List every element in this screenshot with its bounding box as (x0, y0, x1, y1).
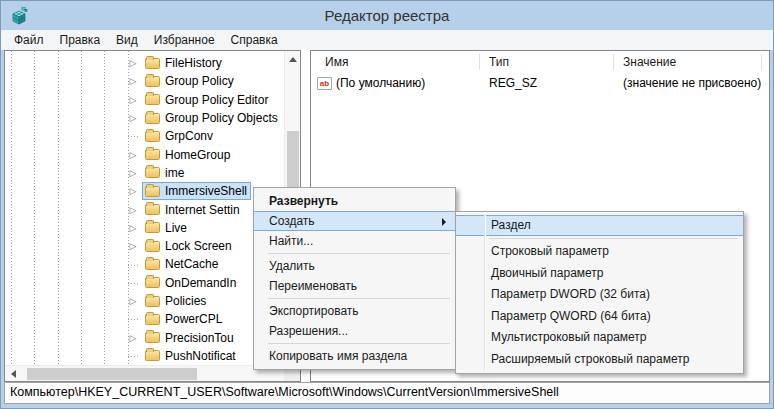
submenu-item-qword-value[interactable]: Параметр QWORD (64 бита) (456, 306, 743, 328)
context-menu-item-permissions[interactable]: Разрешения... (254, 321, 455, 341)
tree-item-content: NetCache (142, 255, 222, 273)
submenu-item-label: Раздел (491, 218, 531, 232)
tree-item-label: Group Policy (165, 74, 234, 88)
tree-item-content: Live (142, 219, 191, 237)
value-type: REG_SZ (489, 73, 537, 93)
expand-icon[interactable] (124, 91, 142, 109)
context-menu-item-new[interactable]: Создать (254, 211, 455, 231)
expand-icon[interactable] (124, 201, 142, 219)
list-header: Имя Тип Значение (311, 51, 769, 73)
menubar-item-favorites[interactable]: Избранное (146, 30, 223, 50)
folder-icon (145, 94, 160, 105)
tree-item-internet-settings[interactable]: Internet Settin (5, 200, 284, 218)
tree-item-content: ImmersiveShell (142, 182, 251, 200)
menubar-item-file[interactable]: Файл (6, 30, 52, 50)
tree-item-content: Group Policy Objects (142, 109, 282, 127)
context-menu-item-export[interactable]: Экспортировать (254, 301, 455, 321)
context-menu-item-copy-key-name[interactable]: Копировать имя раздела (254, 346, 455, 366)
dotted-connector (128, 283, 139, 284)
column-divider[interactable] (761, 54, 762, 70)
submenu-item-binary-value[interactable]: Двоичный параметр (456, 263, 743, 285)
tree-connector (124, 310, 142, 328)
expand-icon[interactable] (124, 219, 142, 237)
expand-icon[interactable] (124, 54, 142, 72)
submenu-item-string-value[interactable]: Строковый параметр (456, 241, 743, 263)
submenu-item-expandable-string-value[interactable]: Расширяемый строковый параметр (456, 349, 743, 371)
tree-view[interactable]: FileHistoryGroup PolicyGroup Policy Edit… (5, 51, 284, 365)
menu-item-label: Создать (269, 214, 315, 228)
horizontal-scroll-thumb[interactable] (27, 368, 197, 380)
menubar-item-view[interactable]: Вид (108, 30, 146, 50)
submenu-item-multi-string-value[interactable]: Мультистроковый параметр (456, 327, 743, 349)
folder-icon (145, 332, 160, 343)
tree-item-powercpl[interactable]: PowerCPL (5, 310, 284, 328)
expand-icon[interactable] (124, 292, 142, 310)
column-header-name[interactable]: Имя (325, 51, 348, 73)
tree-item-policies[interactable]: Policies (5, 292, 284, 310)
tree-item-label: NetCache (165, 257, 218, 271)
folder-icon (145, 113, 160, 124)
menu-item-label: Удалить (269, 259, 315, 273)
string-value-icon: ab (317, 77, 332, 90)
tree-item-content: Internet Settin (142, 201, 244, 219)
submenu-item-label: Строковый параметр (491, 244, 609, 258)
tree-item-ondemandin[interactable]: OnDemandIn (5, 274, 284, 292)
column-divider[interactable] (613, 54, 614, 70)
tree-item-content: HomeGroup (142, 146, 234, 164)
tree-item-content: OnDemandIn (142, 274, 240, 292)
tree-horizontal-scrollbar[interactable] (5, 365, 284, 381)
scroll-up-icon[interactable] (285, 51, 301, 68)
tree-item-label: Group Policy Objects (165, 111, 278, 125)
submenu-arrow-icon (442, 218, 446, 226)
column-header-type[interactable]: Тип (489, 51, 509, 73)
submenu-item-label: Параметр QWORD (64 бита) (491, 309, 651, 323)
column-divider[interactable] (479, 54, 480, 70)
folder-icon (145, 167, 160, 178)
menubar-item-edit[interactable]: Правка (52, 30, 109, 50)
tree-item-content: PowerCPL (142, 310, 226, 328)
tree-item-content: PrecisionTou (142, 329, 238, 347)
submenu-item-dword-value[interactable]: Параметр DWORD (32 бита) (456, 284, 743, 306)
tree-item-pushnotificat[interactable]: PushNotificat (5, 347, 284, 365)
menubar-item-help[interactable]: Справка (223, 30, 286, 50)
column-header-value[interactable]: Значение (623, 51, 676, 73)
submenu-item-label: Мультистроковый параметр (491, 330, 647, 344)
context-menu-item-rename[interactable]: Переименовать (254, 276, 455, 296)
tree-item-netcache[interactable]: NetCache (5, 255, 284, 273)
tree-item-homegroup[interactable]: HomeGroup (5, 145, 284, 163)
expand-icon[interactable] (124, 182, 142, 200)
menu-separator (268, 298, 450, 299)
context-menu-item-expand[interactable]: Развернуть (254, 191, 455, 211)
expand-icon[interactable] (124, 146, 142, 164)
tree-item-group-policy-editor[interactable]: Group Policy Editor (5, 91, 284, 109)
scroll-left-icon[interactable] (5, 366, 22, 382)
tree-item-group-policy[interactable]: Group Policy (5, 72, 284, 90)
tree-item-grpconv[interactable]: GrpConv (5, 127, 284, 145)
tree-item-ime[interactable]: ime (5, 164, 284, 182)
dotted-connector (128, 265, 139, 266)
submenu-item-key[interactable]: Раздел (456, 215, 743, 236)
tree-item-group-policy-objects[interactable]: Group Policy Objects (5, 109, 284, 127)
tree-item-content: ime (142, 164, 188, 182)
tree-item-live[interactable]: Live (5, 219, 284, 237)
folder-icon (145, 58, 160, 69)
context-menu-item-delete[interactable]: Удалить (254, 256, 455, 276)
dotted-connector (128, 136, 139, 137)
tree-item-label: PushNotificat (165, 349, 236, 363)
tree-item-immersiveshell[interactable]: ImmersiveShell (5, 182, 284, 200)
tree-item-lock-screen[interactable]: Lock Screen (5, 237, 284, 255)
tree-item-label: HomeGroup (165, 148, 230, 162)
tree-item-precisiontou[interactable]: PrecisionTou (5, 328, 284, 346)
new-submenu: РазделСтроковый параметрДвоичный парамет… (455, 211, 744, 374)
tree-item-filehistory[interactable]: FileHistory (5, 54, 284, 72)
expand-icon[interactable] (124, 72, 142, 90)
list-row[interactable]: ab(По умолчанию)REG_SZ(значение не присв… (311, 73, 769, 93)
context-menu-item-find[interactable]: Найти... (254, 231, 455, 251)
expand-icon[interactable] (124, 329, 142, 347)
expand-icon[interactable] (124, 109, 142, 127)
tree-item-label: PrecisionTou (165, 331, 234, 345)
tree-item-label: FileHistory (165, 56, 222, 70)
menu-item-label: Копировать имя раздела (269, 349, 407, 363)
expand-icon[interactable] (124, 237, 142, 255)
expand-icon[interactable] (124, 164, 142, 182)
